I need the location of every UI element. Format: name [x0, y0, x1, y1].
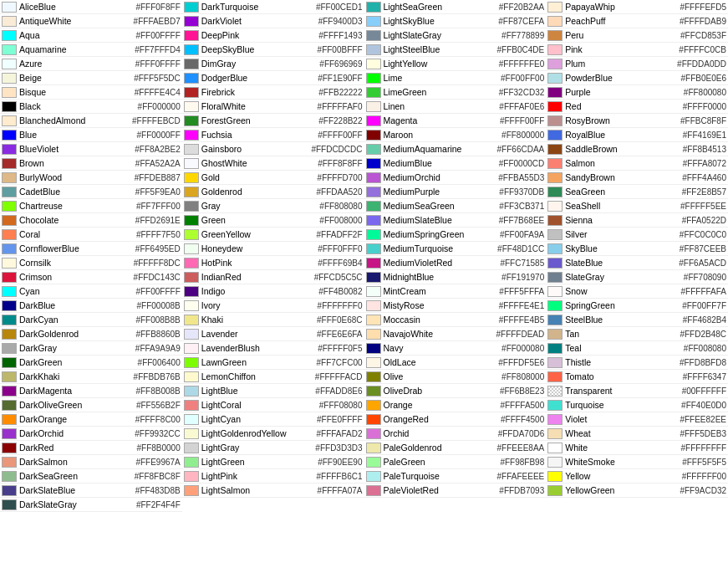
list-item: SlateBlue#FF6A5ACD: [546, 256, 728, 270]
color-name: Fuchsia: [201, 130, 316, 140]
color-swatch: [184, 115, 199, 126]
color-swatch: [2, 172, 17, 183]
list-item: PaleGreen#FF98FB98: [364, 455, 547, 469]
color-name: Tan: [565, 329, 678, 339]
color-hex: #FFFFE4B5: [499, 315, 544, 325]
color-swatch: [184, 44, 199, 55]
color-hex: #FFB0C4DE: [497, 45, 545, 54]
list-item: MediumSlateBlue#FF7B68EE: [364, 213, 547, 228]
list-item: LightSeaGreen#FF20B2AA: [364, 0, 547, 14]
color-swatch: [366, 73, 381, 84]
color-hex: #FF708090: [684, 273, 726, 282]
color-swatch: [184, 471, 199, 482]
color-name: Peru: [565, 30, 679, 40]
color-name: DarkMagenta: [19, 386, 134, 396]
color-name: SandyBrown: [565, 172, 680, 182]
color-name: Thistle: [565, 357, 678, 367]
list-item: MediumOrchid#FFBA55D3: [364, 171, 547, 185]
color-name: NavajoWhite: [384, 329, 495, 339]
color-name: Honeydew: [201, 243, 316, 253]
color-name: MediumPurple: [384, 187, 498, 197]
list-item: LemonChiffon#FFFFFACD: [182, 370, 364, 384]
color-name: Magenta: [384, 115, 498, 125]
color-swatch: [184, 485, 199, 496]
color-name: LightGray: [201, 443, 314, 453]
list-item: DarkOrange#FFFF8C00: [0, 412, 182, 427]
list-item: Azure#FFF0FFFF: [0, 57, 182, 71]
color-hex: #FFFFE4E1: [499, 301, 544, 310]
color-hex: #FFFFDEAD: [496, 330, 544, 339]
list-item: MediumPurple#FF9370DB: [364, 185, 547, 199]
list-item: Teal#FF008080: [546, 341, 728, 356]
color-name: CornflowerBlue: [19, 243, 134, 253]
color-hex: #FFFAF0E6: [499, 102, 544, 111]
color-name: SeaGreen: [565, 187, 680, 197]
color-swatch: [366, 30, 381, 41]
list-item: DarkOliveGreen#FF556B2F: [0, 398, 182, 412]
color-hex: #FFFF8C00: [135, 415, 181, 424]
list-item: MintCream#FFF5FFFA: [364, 284, 547, 299]
color-name: GreenYellow: [201, 229, 315, 239]
color-swatch: [184, 386, 199, 397]
list-item: PeachPuff#FFFFDAB9: [546, 14, 728, 28]
color-hex: #FF4B0082: [318, 287, 362, 296]
color-swatch: [2, 201, 17, 212]
color-name: WhiteSmoke: [565, 457, 680, 467]
list-item: Gray#FF808080: [182, 199, 364, 213]
color-hex: #FFF08080: [319, 401, 363, 410]
color-hex: #FFF4A460: [682, 173, 726, 182]
list-item: LightBlue#FFADD8E6: [182, 384, 364, 398]
color-name: SeaShell: [565, 201, 679, 211]
color-swatch: [547, 115, 563, 126]
color-hex: #FFFA8072: [683, 159, 726, 168]
color-hex: #FFFFD700: [318, 173, 363, 182]
color-hex: #FF20B2AA: [499, 3, 544, 12]
color-swatch: [184, 357, 199, 368]
color-name: LightSalmon: [201, 485, 316, 495]
color-hex: #FFF5F5F5: [682, 458, 726, 467]
color-swatch: [2, 258, 17, 269]
color-hex: #FFB8860B: [135, 330, 180, 339]
color-name: Plum: [565, 59, 675, 69]
list-item: SpringGreen#FF00FF7F: [546, 299, 728, 313]
list-item: SeaShell#FFFFF5EE: [546, 199, 728, 213]
color-swatch: [184, 215, 199, 226]
color-hex: #FF800000: [501, 130, 544, 140]
color-swatch: [366, 386, 381, 397]
color-swatch: [547, 16, 563, 27]
color-swatch: [547, 59, 563, 69]
color-swatch: [2, 73, 17, 84]
list-item: Bisque#FFFFE4C4: [0, 85, 182, 100]
color-name: Navy: [384, 343, 501, 353]
color-swatch: [366, 44, 381, 55]
list-item: Black#FF000000: [0, 100, 182, 114]
color-name: LightSteelBlue: [384, 44, 496, 54]
color-name: Firebrick: [201, 87, 317, 97]
color-hex: #FFA0522D: [682, 216, 726, 225]
list-item: DeepPink#FFFF1493: [182, 28, 364, 43]
color-hex: #FFEEE8AA: [497, 443, 545, 453]
color-swatch: [2, 343, 17, 354]
list-item: PaleTurquoise#FFAFEEEE: [364, 469, 547, 484]
color-hex: #FF87CEEB: [680, 244, 726, 253]
color-name: DarkBlue: [19, 300, 135, 310]
color-hex: #FF7B68EE: [499, 216, 544, 225]
color-name: MintCream: [384, 286, 498, 296]
color-swatch: [547, 101, 563, 112]
color-hex: #FFFFF0F5: [318, 344, 362, 353]
color-swatch: [184, 158, 199, 169]
list-item: LightSalmon#FFFFA07A: [182, 484, 364, 498]
color-name: Brown: [19, 158, 134, 168]
list-item: Cornsilk#FFFFF8DC: [0, 256, 182, 270]
color-name: Aqua: [19, 30, 134, 40]
color-swatch: [184, 16, 199, 27]
list-item: Maroon#FF800000: [364, 128, 547, 142]
list-item: BlueViolet#FF8A2BE2: [0, 142, 182, 156]
color-name: Cyan: [19, 286, 134, 296]
color-swatch: [547, 30, 563, 41]
color-name: LightSkyBlue: [384, 16, 497, 26]
color-name: LightBlue: [201, 386, 314, 396]
color-hex: #FFFFF8DC: [134, 258, 181, 268]
color-swatch: [366, 286, 381, 297]
list-item: Salmon#FFFA8072: [546, 156, 728, 171]
